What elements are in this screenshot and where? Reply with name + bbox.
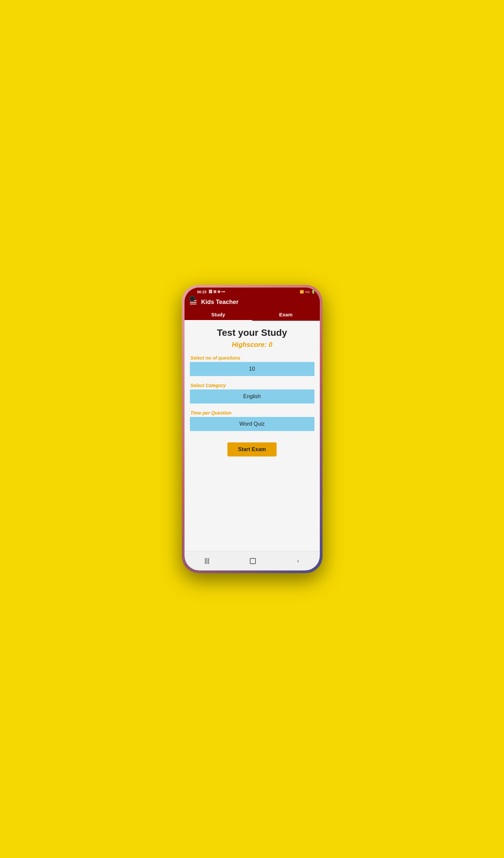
category-group: Select Category English — [190, 383, 314, 408]
signal-icon: Vo) — [305, 290, 310, 293]
time-display: 00:23 — [197, 290, 207, 294]
category-label: Select Category — [190, 383, 314, 388]
home-button[interactable] — [243, 556, 262, 566]
app-title: Kids Teacher — [201, 299, 239, 306]
app-bar: Kids Teacher — [184, 295, 320, 308]
time-group: Time per Question Word Quiz — [190, 410, 314, 435]
phone-frame: 00:23 🖼 ⊞ ⊕ ••• 📶 Vo) 🔋 Kids Teacher Stu… — [182, 285, 323, 573]
battery-icon: 🔋 — [311, 290, 315, 293]
status-icons: 📶 Vo) 🔋 — [300, 290, 315, 293]
camera-notch — [189, 296, 195, 302]
status-bar: 00:23 🖼 ⊞ ⊕ ••• 📶 Vo) 🔋 — [184, 288, 320, 295]
phone-screen: 00:23 🖼 ⊞ ⊕ ••• 📶 Vo) 🔋 Kids Teacher Stu… — [184, 288, 320, 570]
start-exam-button[interactable]: Start Exam — [227, 442, 277, 457]
recent-apps-button[interactable] — [198, 556, 216, 566]
time-dropdown[interactable]: Word Quiz — [190, 417, 314, 431]
recent-apps-icon — [205, 558, 209, 564]
time-label: Time per Question — [190, 410, 314, 416]
bottom-nav: ‹ — [184, 551, 320, 570]
tabs-container: Study Exam — [184, 308, 320, 321]
home-icon — [250, 558, 256, 564]
back-icon: ‹ — [297, 557, 299, 565]
questions-dropdown[interactable]: 10 — [190, 362, 314, 376]
highscore-display: Highscore: 0 — [232, 341, 272, 349]
page-title: Test your Study — [217, 328, 287, 338]
questions-group: Select no of questions 10 — [190, 355, 314, 380]
tab-study[interactable]: Study — [184, 308, 252, 321]
questions-label: Select no of questions — [190, 355, 314, 361]
main-content: Test your Study Highscore: 0 Select no o… — [184, 321, 320, 551]
notification-icons: 🖼 ⊞ ⊕ ••• — [209, 289, 225, 294]
tab-exam[interactable]: Exam — [252, 308, 320, 321]
status-left: 00:23 🖼 ⊞ ⊕ ••• — [189, 289, 225, 294]
back-button[interactable]: ‹ — [290, 555, 306, 567]
wifi-icon: 📶 — [300, 290, 304, 293]
category-dropdown[interactable]: English — [190, 390, 314, 403]
